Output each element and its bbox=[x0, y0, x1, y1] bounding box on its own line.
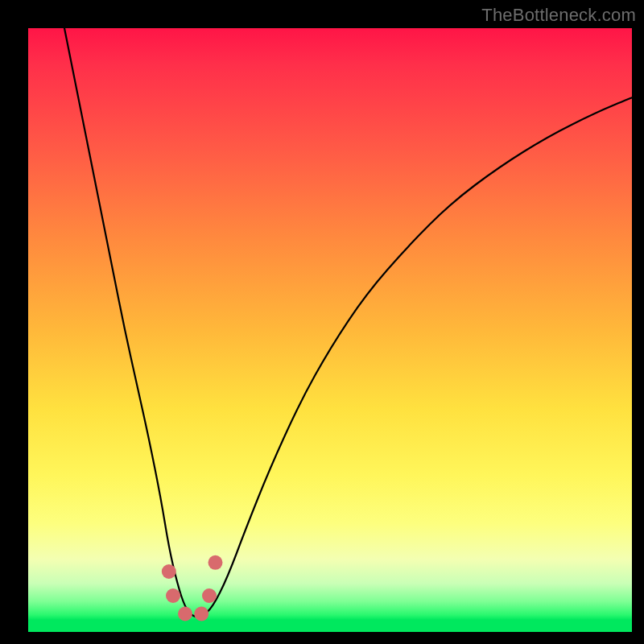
marker-left-shoulder-top bbox=[162, 564, 176, 579]
marker-trough-right bbox=[194, 607, 208, 621]
watermark-text: TheBottleneck.com bbox=[481, 5, 636, 26]
curve-svg bbox=[28, 28, 632, 632]
plot-area bbox=[28, 28, 632, 632]
outer-frame: TheBottleneck.com bbox=[0, 0, 644, 644]
bottleneck-curve bbox=[64, 28, 632, 617]
marker-trough-left bbox=[178, 607, 192, 621]
marker-right-shoulder-top bbox=[208, 555, 223, 570]
marker-right-shoulder-bottom bbox=[202, 588, 217, 603]
marker-left-shoulder-bottom bbox=[166, 588, 180, 603]
curve-markers bbox=[162, 555, 223, 621]
